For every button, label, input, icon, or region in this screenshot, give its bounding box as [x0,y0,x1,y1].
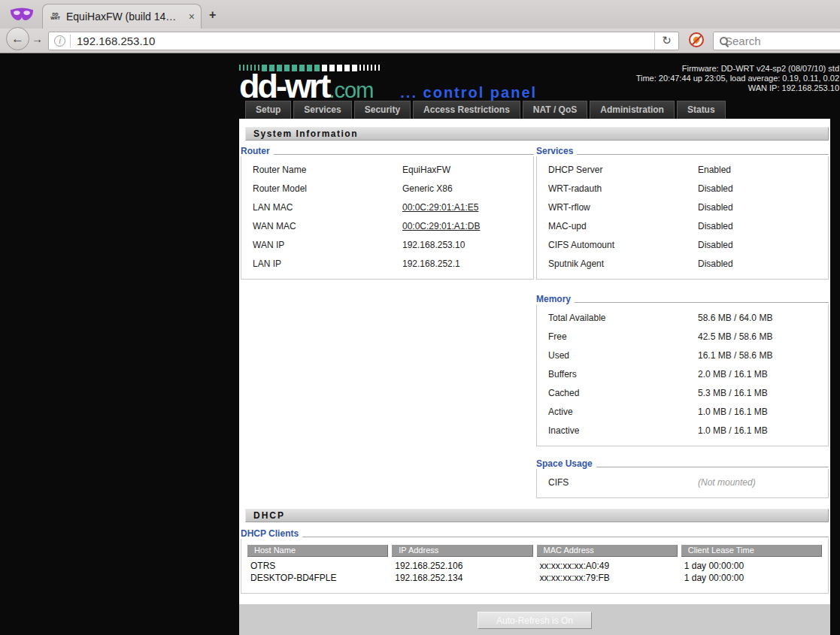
tab-administration[interactable]: Administration [590,101,675,119]
memory-row: Total Available58.6 MB / 64.0 MB [537,308,828,327]
memory-legend: Memory [536,294,575,304]
table-row: OTRS 192.168.252.106 xx:xx:xx:xx:A0:49 1… [247,560,822,572]
forward-button[interactable]: → [32,32,43,45]
service-row: WRT-radauthDisabled [537,179,828,198]
memory-row: Active1.0 MB / 16.1 MB [537,402,828,421]
dhcp-section-header: DHCP [245,509,829,522]
url-input[interactable] [77,35,654,47]
firmware-line: Firmware: DD-WRT v24-sp2 (08/07/10) std [636,64,839,74]
router-row: WAN MAC00:0C:29:01:A1:DB [241,216,533,235]
wan-mac-link[interactable]: 00:0C:29:01:A1:DB [402,221,533,231]
logo-tagline: ... control panel [400,84,537,101]
reload-icon[interactable]: ↻ [654,32,678,50]
router-status-info: Firmware: DD-WRT v24-sp2 (08/07/10) std … [636,64,839,94]
col-ip-address: IP Address [392,545,532,557]
browser-tab[interactable]: DD WRT EquiHaxFW (build 14… × [42,4,202,29]
memory-fieldset: Memory Total Available58.6 MB / 64.0 MB … [536,294,829,446]
space-usage-legend: Space Usage [536,458,596,469]
router-row: LAN IP192.168.252.1 [241,254,533,273]
browser-nav-toolbar: ← → i ↻ [0,29,840,53]
new-tab-button[interactable]: + [209,8,216,22]
router-fieldset: Router Router NameEquiHaxFW Router Model… [241,146,534,280]
memory-row: Cached5.3 MB / 16.1 MB [537,383,828,402]
memory-row: Buffers2.0 MB / 16.1 MB [537,364,828,383]
content-panel: System Information Router Router NameEqu… [239,119,830,635]
col-mac-address: MAC Address [537,545,678,557]
memory-row: Free42.5 MB / 58.6 MB [537,327,828,346]
logo-suffix: .com [329,78,373,103]
system-information-header: System Information [245,127,829,141]
services-fieldset: Services DHCP ServerEnabled WRT-radauthD… [536,146,829,280]
service-row: CIFS AutomountDisabled [537,235,828,254]
tab-security[interactable]: Security [354,101,411,119]
space-usage-row: CIFS(Not mounted) [537,473,828,491]
wan-ip-line: WAN IP: 192.168.253.10 [636,83,839,93]
main-nav-tabs: Setup Services Security Access Restricti… [245,101,726,119]
tab-setup[interactable]: Setup [245,101,291,119]
back-button[interactable]: ← [6,27,29,50]
url-separator [70,35,71,47]
col-client-lease-time: Client Lease Time [681,545,822,557]
dhcp-clients-legend: DHCP Clients [241,528,302,539]
dhcp-table-header: Host Name IP Address MAC Address Client … [247,545,822,557]
lan-mac-link[interactable]: 00:0C:29:01:A1:E5 [402,202,533,213]
service-row: MAC-updDisabled [537,216,828,235]
dhcp-clients-fieldset: DHCP Clients Host Name IP Address MAC Ad… [241,528,829,594]
space-usage-fieldset: Space Usage CIFS(Not mounted) [536,458,829,498]
site-info-icon[interactable]: i [54,35,65,47]
time-line: Time: 20:47:44 up 23:05, load average: 0… [636,74,839,83]
col-host-name: Host Name [247,545,388,557]
services-legend: Services [536,146,577,156]
table-row: DESKTOP-BD4FPLE 192.168.252.134 xx:xx:xx… [247,572,822,584]
router-row: LAN MAC00:0C:29:01:A1:E5 [241,198,533,216]
router-row: Router NameEquiHaxFW [241,160,533,179]
screen: DD WRT EquiHaxFW (build 14… × + ← → i ↻ [0,0,840,635]
tab-access-restrictions[interactable]: Access Restrictions [413,101,520,119]
page-background: dd-wrt .com ... control panel Firmware: … [0,53,840,635]
search-box[interactable] [713,32,840,50]
memory-row: Inactive1.0 MB / 16.1 MB [537,421,828,440]
router-row: Router ModelGeneric X86 [241,179,533,198]
search-input[interactable] [725,35,840,47]
router-row: WAN IP192.168.253.10 [241,235,533,254]
tab-status[interactable]: Status [677,101,726,119]
auto-refresh-button[interactable]: Auto-Refresh is On [478,612,592,629]
footer-bar: Auto-Refresh is On [239,604,830,635]
memory-row: Used16.1 MB / 58.6 MB [537,346,828,364]
router-legend: Router [241,146,274,156]
noscript-blocker-icon[interactable] [689,32,704,47]
logo-text: dd-wrt [239,72,329,101]
tab-nat-qos[interactable]: NAT / QoS [523,101,587,119]
dd-wrt-favicon: DD WRT [49,11,62,23]
mask-theme-icon[interactable] [9,5,35,24]
close-tab-icon[interactable]: × [189,11,195,23]
tab-title: EquiHaxFW (build 14… [66,11,184,23]
service-row: DHCP ServerEnabled [537,160,828,179]
dd-wrt-logo: dd-wrt .com ... control panel [239,64,537,103]
tab-services[interactable]: Services [293,101,351,119]
service-row: WRT-rflowDisabled [537,198,828,216]
url-bar[interactable]: i ↻ [48,32,679,50]
browser-tab-bar: DD WRT EquiHaxFW (build 14… × + [0,0,840,29]
service-row: Sputnik AgentDisabled [537,254,828,273]
